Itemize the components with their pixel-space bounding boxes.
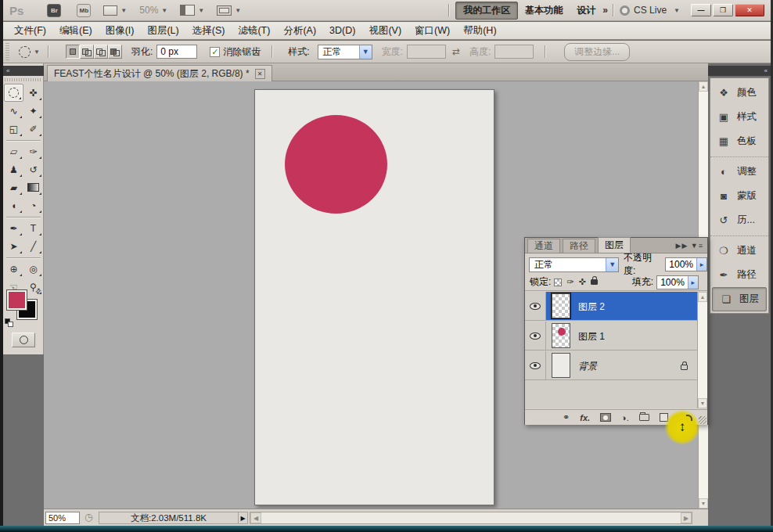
- scroll-up-icon[interactable]: ▲: [699, 81, 708, 92]
- workspace-overflow-button[interactable]: »: [602, 5, 606, 16]
- panel-button-color[interactable]: ❖颜色: [710, 81, 768, 105]
- adjustment-layer-icon[interactable]: ◑.: [621, 413, 629, 422]
- document-close-icon[interactable]: ✕: [255, 69, 265, 79]
- workspace-my-workspace[interactable]: 我的工作区: [455, 2, 518, 20]
- tool-elliptical-marquee[interactable]: [4, 84, 23, 102]
- tool-magic-wand[interactable]: ✦: [23, 102, 43, 120]
- swap-dimensions-icon[interactable]: ⇄: [452, 46, 460, 57]
- menu-image[interactable]: 图像(I): [104, 23, 136, 39]
- layer-thumbnail[interactable]: [552, 293, 570, 318]
- style-dropdown[interactable]: 正常 ▼: [318, 45, 372, 59]
- layer-row-1[interactable]: 图层 1: [525, 322, 697, 350]
- tool-brush[interactable]: ✑: [23, 142, 43, 160]
- fill-input[interactable]: 100% ▸: [656, 275, 699, 289]
- lock-position-icon[interactable]: ✜: [579, 277, 586, 287]
- menu-select[interactable]: 选择(S): [191, 23, 227, 39]
- opacity-input[interactable]: 100% ▸: [665, 257, 707, 271]
- workspace-essentials[interactable]: 基本功能: [518, 2, 570, 19]
- tool-preset-picker[interactable]: ▼: [19, 46, 40, 58]
- status-flyout-button[interactable]: ▶: [238, 512, 248, 524]
- tool-path-select[interactable]: ➤: [4, 237, 23, 255]
- tool-3d-rotate[interactable]: ⊕: [4, 260, 23, 278]
- antialias-checkbox[interactable]: ✓: [210, 47, 220, 57]
- foreground-color-swatch[interactable]: [6, 289, 27, 311]
- menu-window[interactable]: 窗口(W): [413, 23, 451, 39]
- layer-row-2[interactable]: 图层 2: [525, 292, 697, 321]
- layer-row-background[interactable]: 背景: [525, 351, 697, 380]
- restore-button[interactable]: ❐: [713, 4, 733, 16]
- visibility-toggle[interactable]: [525, 351, 546, 379]
- menu-edit[interactable]: 编辑(E): [58, 23, 94, 39]
- tab-layers[interactable]: 图层: [598, 237, 631, 253]
- tool-clone-stamp[interactable]: ♟: [4, 160, 23, 178]
- blend-mode-dropdown[interactable]: 正常 ▼: [529, 257, 619, 272]
- panel-button-layers[interactable]: ❏图层: [712, 287, 767, 311]
- menu-file[interactable]: 文件(F): [13, 23, 48, 39]
- tool-eyedropper[interactable]: ✐: [23, 120, 43, 138]
- document-canvas[interactable]: [254, 89, 494, 505]
- tool-move[interactable]: ✜: [23, 84, 43, 102]
- tab-paths[interactable]: 路径: [563, 239, 595, 253]
- visibility-toggle[interactable]: [525, 322, 546, 350]
- swap-colors-icon[interactable]: ⇄: [34, 286, 43, 296]
- arrange-documents-button[interactable]: ▼: [180, 5, 204, 16]
- menu-layer[interactable]: 图层(L): [146, 23, 180, 39]
- tool-eraser[interactable]: ▰: [4, 178, 23, 196]
- tools-panel-grip[interactable]: [5, 78, 42, 81]
- lock-pixels-icon[interactable]: ✑: [566, 277, 573, 287]
- new-selection-button[interactable]: [66, 45, 80, 59]
- panel-button-styles[interactable]: ▣样式: [710, 105, 768, 129]
- panel-button-history[interactable]: ↺历...: [710, 208, 768, 232]
- quick-mask-button[interactable]: [12, 332, 35, 347]
- menu-filter[interactable]: 滤镜(T): [236, 23, 271, 39]
- tool-smudge[interactable]: ◖: [4, 196, 23, 214]
- document-tab[interactable]: FEAST个性名片设计 @ 50% (图层 2, RGB/8) * ✕: [47, 65, 272, 81]
- cs-live-button[interactable]: CS Live ▼: [620, 5, 680, 16]
- layer-thumbnail[interactable]: [552, 353, 570, 378]
- layer-thumbnail[interactable]: [552, 323, 570, 348]
- new-group-icon[interactable]: [639, 414, 649, 421]
- link-layers-icon[interactable]: ⚭: [563, 412, 570, 422]
- feather-input[interactable]: 0 px: [156, 45, 197, 59]
- scroll-right-icon[interactable]: ▶: [681, 512, 692, 523]
- collapse-tools-icon[interactable]: «: [3, 66, 44, 76]
- panel-button-adjustments[interactable]: ◐调整: [710, 160, 768, 184]
- panel-button-swatches[interactable]: ▦色板: [710, 129, 768, 153]
- status-zoom-input[interactable]: 50%: [45, 512, 80, 524]
- panel-button-paths[interactable]: ✒路径: [710, 263, 768, 287]
- panel-resize-grip[interactable]: [699, 416, 706, 424]
- visibility-toggle[interactable]: [525, 292, 546, 320]
- tool-crop[interactable]: ◱: [4, 120, 23, 138]
- lock-all-icon[interactable]: [591, 279, 598, 285]
- subtract-from-selection-button[interactable]: [94, 45, 108, 59]
- view-extras-button[interactable]: ▼: [103, 5, 127, 16]
- scroll-down-icon[interactable]: ▼: [698, 398, 707, 408]
- tool-lasso[interactable]: ∿: [4, 102, 23, 120]
- mini-bridge-button[interactable]: Mb: [77, 4, 91, 17]
- intersect-selection-button[interactable]: [108, 45, 122, 59]
- menu-help[interactable]: 帮助(H): [462, 23, 498, 39]
- add-to-selection-button[interactable]: [80, 45, 94, 59]
- minimize-button[interactable]: —: [691, 4, 711, 16]
- tool-type[interactable]: T: [23, 219, 43, 237]
- default-colors-icon[interactable]: [5, 318, 13, 326]
- menu-analysis[interactable]: 分析(A): [282, 23, 318, 39]
- add-mask-icon[interactable]: [600, 413, 611, 422]
- scroll-up-icon[interactable]: ▲: [698, 292, 707, 302]
- layers-scrollbar[interactable]: ▲ ▼: [697, 292, 707, 408]
- zoom-level-button[interactable]: 50% ▼: [139, 5, 167, 16]
- tool-pen[interactable]: ✒: [4, 219, 23, 237]
- workspace-design[interactable]: 设计: [570, 2, 602, 19]
- tool-gradient[interactable]: [23, 178, 43, 196]
- menu-3d[interactable]: 3D(D): [328, 23, 357, 38]
- tool-dodge[interactable]: ◔: [23, 196, 43, 214]
- panel-menu-icon[interactable]: ▶▶ ▼≡: [675, 242, 703, 250]
- screen-mode-button[interactable]: ▼: [217, 5, 241, 16]
- collapse-dock-icon[interactable]: «: [708, 66, 771, 76]
- scroll-left-icon[interactable]: ◀: [250, 512, 261, 523]
- menu-view[interactable]: 视图(V): [367, 23, 403, 39]
- panel-button-channels[interactable]: ❍通道: [710, 239, 768, 263]
- lock-transparency-icon[interactable]: [554, 279, 562, 286]
- scroll-down-icon[interactable]: ▼: [699, 498, 708, 509]
- close-button[interactable]: ✕: [735, 4, 764, 16]
